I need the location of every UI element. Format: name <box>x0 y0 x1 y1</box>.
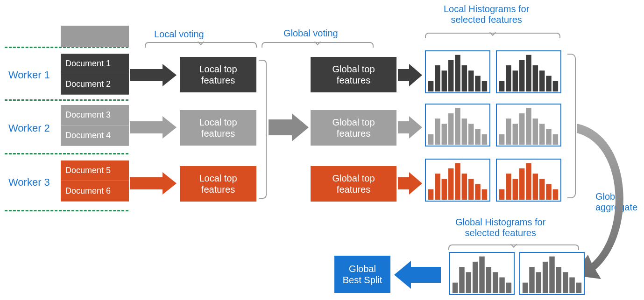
document-3: Document 3 <box>61 105 129 126</box>
svg-rect-40 <box>455 163 460 200</box>
doc-header-block <box>61 26 129 47</box>
svg-rect-21 <box>448 113 453 145</box>
label-local-voting: Local voting <box>154 29 204 40</box>
svg-rect-59 <box>486 267 491 293</box>
label-global-voting: Global voting <box>283 28 338 39</box>
worker-1-label: Worker 1 <box>8 69 50 81</box>
svg-rect-52 <box>546 184 551 200</box>
global-best-split-box: Global Best Split <box>334 256 390 293</box>
dash-4 <box>5 210 128 211</box>
brace-local-to-global <box>259 60 267 199</box>
local-hist-w2-a <box>425 104 490 147</box>
document-5: Document 5 <box>61 160 129 181</box>
svg-rect-39 <box>448 168 453 200</box>
svg-rect-57 <box>473 262 478 293</box>
svg-rect-12 <box>519 60 524 91</box>
svg-rect-32 <box>533 119 538 145</box>
svg-rect-34 <box>546 129 551 145</box>
svg-rect-11 <box>513 70 518 91</box>
svg-rect-64 <box>529 267 534 293</box>
brace-global-voting <box>262 42 374 48</box>
svg-rect-61 <box>499 277 504 293</box>
svg-rect-17 <box>553 81 558 91</box>
svg-rect-46 <box>506 174 511 200</box>
svg-rect-66 <box>543 262 548 293</box>
svg-rect-37 <box>435 174 440 200</box>
global-hist-b <box>519 252 585 295</box>
svg-rect-20 <box>442 124 447 145</box>
brace-local-hist <box>425 33 560 38</box>
local-top-1: Local top features <box>180 57 256 92</box>
document-6: Document 6 <box>61 181 129 202</box>
svg-rect-31 <box>526 108 531 145</box>
svg-rect-44 <box>482 189 487 200</box>
svg-rect-23 <box>462 119 467 145</box>
local-top-2: Local top features <box>180 110 256 146</box>
svg-rect-50 <box>533 174 538 200</box>
svg-rect-51 <box>539 179 545 200</box>
local-hist-w3-b <box>496 159 561 202</box>
svg-rect-53 <box>553 189 558 200</box>
svg-rect-16 <box>546 76 551 91</box>
local-hist-w1-a <box>425 50 490 93</box>
svg-rect-8 <box>482 81 487 91</box>
svg-rect-29 <box>513 124 518 145</box>
svg-rect-28 <box>506 119 511 145</box>
svg-rect-55 <box>459 267 464 293</box>
svg-rect-18 <box>428 134 433 145</box>
svg-rect-33 <box>539 124 545 145</box>
worker-2-label: Worker 2 <box>8 122 50 134</box>
label-local-histograms-title: Local Histograms for selected features <box>444 4 529 25</box>
svg-rect-5 <box>462 65 467 91</box>
svg-rect-15 <box>539 70 545 91</box>
document-4: Document 4 <box>61 126 129 146</box>
svg-rect-41 <box>462 174 467 200</box>
local-hist-w1-b <box>496 50 561 93</box>
dash-3 <box>5 153 128 154</box>
local-hist-w2-b <box>496 104 561 147</box>
svg-rect-56 <box>466 272 471 293</box>
label-global-histograms-title: Global Histograms for selected features <box>455 217 545 238</box>
svg-rect-13 <box>526 55 531 91</box>
svg-rect-54 <box>453 283 458 293</box>
svg-rect-1 <box>435 65 440 91</box>
svg-rect-47 <box>513 179 518 200</box>
global-hist-a <box>449 252 515 295</box>
svg-rect-19 <box>435 119 440 145</box>
document-1: Document 1 <box>61 54 129 74</box>
svg-rect-3 <box>448 60 453 91</box>
svg-rect-45 <box>499 189 504 200</box>
svg-rect-43 <box>475 184 480 200</box>
svg-rect-58 <box>479 257 484 293</box>
svg-rect-6 <box>468 70 474 91</box>
document-2: Document 2 <box>61 74 129 95</box>
svg-rect-69 <box>563 272 568 293</box>
svg-rect-27 <box>499 134 504 145</box>
global-top-3: Global top features <box>311 166 396 202</box>
local-top-3: Local top features <box>180 166 256 202</box>
svg-rect-10 <box>506 65 511 91</box>
global-top-1: Global top features <box>311 57 396 92</box>
dash-2 <box>5 99 128 101</box>
worker-3-label: Worker 3 <box>8 176 50 188</box>
svg-rect-4 <box>455 55 460 91</box>
svg-rect-65 <box>536 272 541 293</box>
brace-local-voting <box>145 42 257 48</box>
svg-rect-30 <box>519 113 524 145</box>
svg-rect-60 <box>493 272 498 293</box>
local-hist-w3-a <box>425 159 490 202</box>
svg-rect-38 <box>442 179 447 200</box>
svg-rect-9 <box>499 81 504 91</box>
svg-rect-24 <box>468 124 474 145</box>
svg-rect-63 <box>523 283 528 293</box>
svg-rect-62 <box>506 283 511 293</box>
svg-rect-26 <box>482 134 487 145</box>
svg-rect-71 <box>576 283 581 293</box>
svg-rect-48 <box>519 168 524 200</box>
global-top-2: Global top features <box>311 110 396 146</box>
svg-rect-67 <box>549 257 554 293</box>
brace-global-hist <box>448 244 579 250</box>
svg-rect-36 <box>428 189 433 200</box>
svg-rect-25 <box>475 129 480 145</box>
svg-rect-68 <box>556 267 561 293</box>
